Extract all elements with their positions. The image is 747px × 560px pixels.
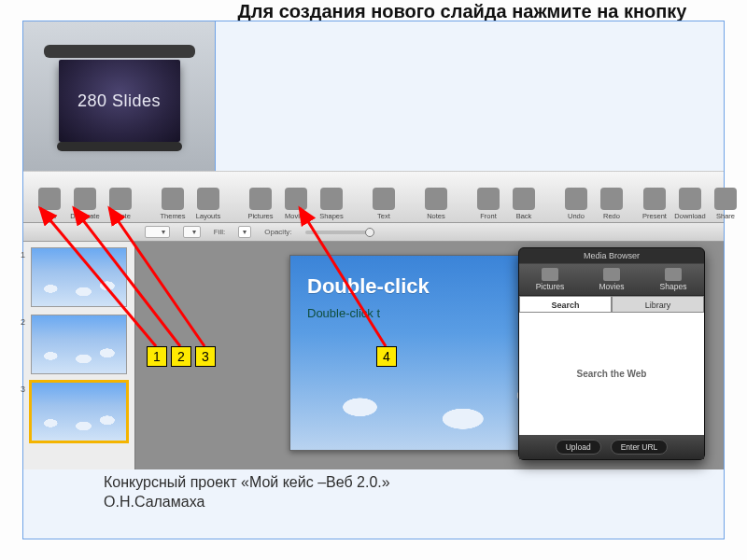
size-select[interactable]: ▾ (183, 226, 200, 238)
toolbar-redo-label: Redo (603, 212, 620, 220)
slide-subtitle[interactable]: Double-click t (307, 306, 380, 320)
slide-frame: 280 Slides NewDuplicateDeleteThemesLayou… (22, 21, 725, 539)
duplicate-icon (74, 188, 96, 210)
media-subtab-library[interactable]: Library (612, 296, 704, 313)
canvas-area: Double-click Double-click t Media Browse… (135, 242, 724, 469)
font-select[interactable]: ▾ (145, 226, 170, 238)
slide-thumbnail[interactable]: 2 (31, 315, 127, 374)
slide-title[interactable]: Double-click (307, 274, 430, 299)
toolbar-new-label: New (42, 212, 56, 220)
media-browser-tabs: PicturesMoviesShapes (519, 264, 704, 296)
media-browser-title: Media Browser (519, 248, 704, 264)
shapes-icon (665, 268, 682, 281)
toolbar-undo-button[interactable]: Undo (559, 188, 593, 220)
toolbar-notes-button[interactable]: Notes (419, 188, 453, 220)
workspace: 123 Double-click Double-click t Media Br… (23, 242, 724, 469)
opacity-slider[interactable] (305, 231, 371, 234)
toolbar-shapes-button[interactable]: Shapes (315, 188, 348, 220)
slide-thumbnail[interactable]: 1 (31, 247, 127, 307)
present-icon (643, 188, 666, 210)
toolbar-undo-label: Undo (568, 212, 585, 220)
product-logo: 280 Slides (49, 45, 190, 147)
toolbar-text-label: Text (377, 212, 390, 220)
shapes-icon (320, 188, 343, 210)
toolbar-back-label: Back (516, 212, 532, 220)
text-icon (373, 188, 395, 210)
toolbar-download-button[interactable]: Download (673, 188, 707, 220)
delete-icon (109, 188, 132, 210)
media-enter-url-button[interactable]: Enter URL (611, 440, 669, 455)
pictures-icon (249, 188, 272, 210)
pictures-icon (542, 268, 558, 281)
toolbar-new-button[interactable]: New (33, 188, 66, 220)
toolbar-duplicate-label: Duplicate (70, 212, 99, 220)
main-toolbar: NewDuplicateDeleteThemesLayoutsPicturesM… (23, 171, 724, 223)
toolbar-pictures-label: Pictures (247, 212, 273, 220)
toolbar-themes-button[interactable]: Themes (156, 188, 190, 220)
download-icon (679, 188, 701, 210)
toolbar-delete-button[interactable]: Delete (104, 188, 137, 220)
toolbar-redo-button[interactable]: Redo (595, 188, 628, 220)
toolbar-movies-label: Movies (285, 212, 307, 220)
toolbar-present-button[interactable]: Present (638, 188, 671, 220)
fill-swatch[interactable]: ▾ (238, 226, 251, 238)
toolbar-text-button[interactable]: Text (367, 188, 401, 220)
footer-line-1: Конкурсный проект «Мой кейс –Веб 2.0.» (104, 472, 390, 493)
notes-icon (425, 188, 447, 210)
format-subbar: ▾ ▾ Fill: ▾ Opacity: (23, 223, 724, 242)
back-icon (513, 188, 535, 210)
logo-pane: 280 Slides (23, 21, 216, 171)
layouts-icon (197, 188, 219, 210)
toolbar-themes-label: Themes (160, 212, 185, 220)
slide-thumbnail-panel: 123 (23, 242, 135, 469)
redo-icon (600, 188, 623, 210)
media-tab-movies[interactable]: Movies (581, 264, 642, 295)
fill-label: Fill: (214, 228, 225, 236)
media-tab-shapes[interactable]: Shapes (642, 264, 704, 295)
media-browser-panel: Media Browser PicturesMoviesShapes Searc… (518, 247, 705, 460)
logo-text: 280 Slides (59, 60, 180, 142)
thumb-number: 2 (21, 317, 25, 327)
thumb-number: 1 (21, 250, 25, 259)
toolbar-shapes-label: Shapes (319, 212, 343, 220)
undo-icon (565, 188, 587, 210)
media-upload-button[interactable]: Upload (556, 440, 601, 455)
toolbar-front-button[interactable]: Front (472, 188, 505, 220)
toolbar-back-button[interactable]: Back (507, 188, 541, 220)
opacity-label: Opacity: (264, 228, 291, 236)
media-browser-footer: UploadEnter URL (519, 435, 704, 459)
footer-credits: Конкурсный проект «Мой кейс –Веб 2.0.» О… (104, 472, 390, 512)
toolbar-duplicate-button[interactable]: Duplicate (68, 188, 102, 220)
media-subtab-search[interactable]: Search (519, 296, 612, 313)
media-tab-pictures[interactable]: Pictures (519, 264, 581, 295)
movies-icon (603, 268, 620, 281)
new-icon (38, 188, 61, 210)
toolbar-layouts-label: Layouts (196, 212, 220, 220)
slide-thumbnail[interactable]: 3 (31, 382, 127, 441)
toolbar-pictures-button[interactable]: Pictures (244, 188, 277, 220)
toolbar-layouts-button[interactable]: Layouts (191, 188, 225, 220)
toolbar-front-label: Front (480, 212, 497, 220)
front-icon (477, 188, 500, 210)
themes-icon (162, 188, 184, 210)
toolbar-share-button[interactable]: Share (709, 188, 742, 220)
app-screenshot: NewDuplicateDeleteThemesLayoutsPicturesM… (23, 171, 724, 469)
media-browser-body[interactable]: Search the Web (519, 313, 704, 435)
toolbar-movies-button[interactable]: Movies (279, 188, 313, 220)
movies-icon (285, 188, 307, 210)
toolbar-notes-label: Notes (427, 212, 445, 220)
footer-line-2: О.Н.Саламаха (104, 492, 390, 512)
share-icon (714, 188, 737, 210)
media-browser-subtabs: SearchLibrary (519, 296, 704, 313)
thumb-number: 3 (21, 385, 25, 394)
toolbar-delete-label: Delete (110, 212, 131, 220)
